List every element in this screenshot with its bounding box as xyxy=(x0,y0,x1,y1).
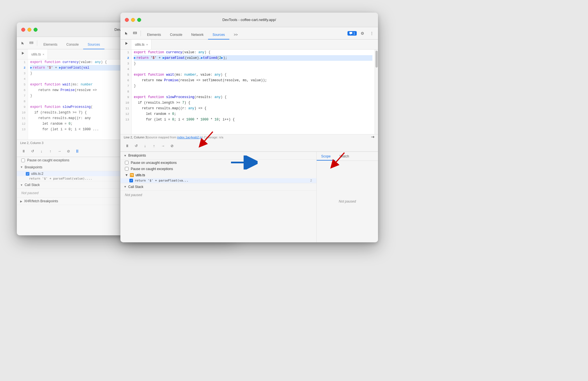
fg-play-icon[interactable] xyxy=(123,40,130,47)
bg-pause-btn[interactable]: ⏸ xyxy=(20,148,27,155)
fg-cs-label: Call Stack xyxy=(128,185,143,189)
fg-code-line-1: export function currency(value: any) { xyxy=(134,50,372,55)
fg-pause-btn[interactable]: ⏸ xyxy=(124,142,130,149)
fg-bp-file-item: ▼ TS utils.ts xyxy=(120,172,316,178)
bg-active-pause-indicator[interactable]: ⏸ xyxy=(74,148,81,155)
fg-tab-elements[interactable]: Elements xyxy=(143,31,165,40)
fg-line-11: 11 xyxy=(123,106,129,111)
fg-source-tabbar: utils.ts × xyxy=(120,40,378,50)
fg-source-tab-label: utils.ts xyxy=(135,43,144,47)
fg-line-1: 1 xyxy=(123,50,129,55)
fg-line-13: 13 xyxy=(123,117,129,122)
svg-rect-3 xyxy=(133,32,137,33)
fg-tab-sources[interactable]: Sources xyxy=(208,31,229,40)
bg-tab-console[interactable]: Console xyxy=(62,40,83,49)
fg-scrollbar[interactable] xyxy=(375,50,378,134)
fg-status-position: Line 2, Column 3 xyxy=(124,136,147,139)
fg-step-out-btn[interactable]: ↑ xyxy=(151,142,157,149)
bg-traffic-lights xyxy=(21,28,38,32)
bg-source-tab-utils[interactable]: utils.ts × xyxy=(28,49,48,59)
fg-line-12: 12 xyxy=(123,111,129,117)
fg-layers-icon[interactable] xyxy=(131,29,139,37)
fg-code-lines: export function currency(value: any) { ▶… xyxy=(132,50,375,134)
fg-step-over-btn[interactable]: ↓ xyxy=(142,142,148,149)
bg-toolbar-divider xyxy=(37,40,37,46)
bg-line-8: 8 xyxy=(19,99,25,104)
fg-coverage-toggle[interactable] xyxy=(371,135,375,140)
fg-tab-console[interactable]: Console xyxy=(165,31,187,40)
bg-layers-icon[interactable] xyxy=(27,39,35,47)
fg-window-title: DevTools - coffee-cart.netlify.app/ xyxy=(222,18,276,22)
fg-scope-content: Not paused xyxy=(317,161,378,243)
fg-deactivate-btn[interactable]: ⊘ xyxy=(169,142,175,149)
bg-status-position: Line 2, Column 3 xyxy=(20,141,43,145)
bg-line-5: 5 xyxy=(19,82,25,87)
fg-line-4: 4 xyxy=(123,66,129,72)
fg-settings-icon[interactable]: ⚙ xyxy=(358,29,366,37)
fg-close-button[interactable] xyxy=(125,18,129,22)
bg-line-12: 12 xyxy=(19,121,25,127)
fg-cursor-icon[interactable] xyxy=(123,29,130,37)
bg-xhr-label: XHR/fetch Breakpoints xyxy=(24,199,58,203)
bg-close-button[interactable] xyxy=(21,28,25,32)
svg-marker-5 xyxy=(125,42,128,45)
bg-step-out-btn[interactable]: ↑ xyxy=(47,148,54,155)
bg-deactivate-btn[interactable]: ⊘ xyxy=(65,148,72,155)
bg-pause-caught-checkbox[interactable] xyxy=(21,159,25,162)
fg-bp-filename: utils.ts xyxy=(136,173,145,177)
fg-source-tab-close[interactable]: × xyxy=(146,43,148,46)
bg-line-10: 10 xyxy=(19,110,25,115)
fg-pause-caught-checkbox[interactable] xyxy=(125,167,129,171)
bg-bp-label: Breakpoints xyxy=(25,165,42,169)
fg-code-area[interactable]: 1 2 3 4 5 6 7 8 9 10 11 12 13 xyxy=(120,50,378,134)
bg-line-2: 2 xyxy=(19,65,25,71)
bg-tab-elements[interactable]: Elements xyxy=(39,40,62,49)
svg-rect-0 xyxy=(30,42,33,43)
fg-line-7: 7 xyxy=(123,83,129,89)
bg-bp-code-text: return '$' + parseFloat(value).... xyxy=(29,177,92,180)
svg-marker-2 xyxy=(22,52,24,55)
bg-play-icon[interactable] xyxy=(19,49,27,57)
bg-bp-triangle: ▼ xyxy=(20,166,23,169)
fg-line-10: 10 xyxy=(123,100,129,106)
bg-line-numbers: 1 2 3 4 5 6 7 8 9 10 11 12 13 xyxy=(17,59,28,140)
bg-tab-sources[interactable]: Sources xyxy=(83,40,104,49)
bg-line-4: 4 xyxy=(19,76,25,82)
fg-scrollbar-thumb[interactable] xyxy=(375,51,378,68)
fg-comment-badge[interactable]: 1 xyxy=(347,31,357,36)
fg-status-bar: Line 2, Column 3 (source mapped from ind… xyxy=(120,134,378,140)
fg-code-inner: 1 2 3 4 5 6 7 8 9 10 11 12 13 xyxy=(120,50,378,134)
fg-code-line-13: for (let i = 0; i < 1000 * 1000 * 10; i+… xyxy=(134,117,372,122)
fg-line-6: 6 xyxy=(123,78,129,83)
bg-step-continue-btn[interactable]: → xyxy=(56,148,63,155)
fg-pause-uncaught-checkbox[interactable] xyxy=(125,161,129,164)
bg-line-1: 1 xyxy=(19,59,25,65)
bg-source-tab-close[interactable]: × xyxy=(43,53,44,56)
fg-more-icon[interactable]: ⋮ xyxy=(368,29,376,37)
fg-tab-network[interactable]: Network xyxy=(187,31,208,40)
fg-resume-btn[interactable]: ↺ xyxy=(133,142,139,149)
bg-maximize-button[interactable] xyxy=(34,28,38,32)
fg-maximize-button[interactable] xyxy=(137,18,141,22)
fg-step-continue-btn[interactable]: → xyxy=(160,142,166,149)
fg-callstack-header[interactable]: ▼ Call Stack xyxy=(120,183,316,191)
fg-bp-entry: ✓ return '$' + parseFloat(va... 2 xyxy=(120,178,316,183)
bg-cs-triangle: ▼ xyxy=(20,183,23,187)
fg-source-tab-utils[interactable]: utils.ts × xyxy=(132,40,151,49)
fg-minimize-button[interactable] xyxy=(131,18,135,22)
bg-line-13: 13 xyxy=(19,127,25,132)
fg-cs-triangle: ▼ xyxy=(124,185,127,188)
fg-code-line-4 xyxy=(134,66,372,72)
fg-tab-more[interactable]: >> xyxy=(229,31,242,40)
fg-breakpoints-header[interactable]: ▼ Breakpoints xyxy=(120,152,316,160)
bg-cursor-icon[interactable] xyxy=(19,39,27,47)
bg-bp-checked: ✓ xyxy=(26,172,29,176)
bg-minimize-button[interactable] xyxy=(27,28,31,32)
fg-file-icon: TS xyxy=(130,173,134,177)
bg-line-9: 9 xyxy=(19,104,25,110)
fg-titlebar: DevTools - coffee-cart.netlify.app/ xyxy=(120,13,378,27)
bg-step-over-btn[interactable]: ↓ xyxy=(38,148,45,155)
bg-resume-btn[interactable]: ↺ xyxy=(29,148,36,155)
fg-bp-label: Breakpoints xyxy=(128,154,146,157)
red-arrow-2 xyxy=(328,150,350,172)
